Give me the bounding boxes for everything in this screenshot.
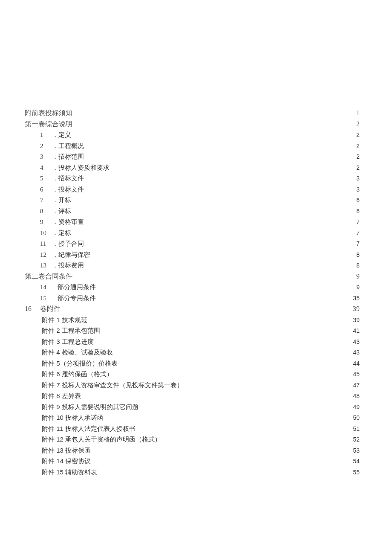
toc-title: 第二卷合同条件: [25, 271, 72, 282]
toc-pagenum: 6: [352, 195, 360, 206]
toc-entry-top: 附前表投标须知 1: [25, 108, 360, 119]
toc-leader: [73, 108, 351, 115]
toc-title: 附件 3 工程总进度: [42, 336, 94, 347]
toc-subtitle: 部分专用条件: [49, 294, 96, 302]
toc-pagenum: 2: [352, 119, 360, 130]
toc-pagenum: 43: [352, 337, 360, 347]
toc-pagenum: 41: [352, 325, 360, 336]
toc-pagenum: 9: [352, 282, 360, 293]
toc-leader: [61, 304, 351, 311]
toc-num: 10: [40, 228, 49, 238]
toc-title: 7 ．开标: [40, 195, 71, 206]
toc-subtitle: ．投标费用: [49, 262, 84, 269]
toc-leader: [101, 326, 351, 333]
toc-title: 9 ．资格审查: [40, 216, 84, 227]
toc-title: 4 ．投标人资质和要求: [40, 162, 110, 173]
toc-title: 11 ．授予合同: [40, 238, 84, 249]
toc-title: 附件 2 工程承包范围: [42, 325, 100, 336]
toc-pagenum: 2: [352, 141, 360, 151]
toc-leader: [82, 392, 351, 398]
toc-title: 14 部分通用条件: [40, 282, 96, 293]
toc-entry-appendix: 附件 1 技术规范39: [25, 314, 360, 325]
toc-entry-appendix: 附件 14 保密协议54: [25, 456, 360, 467]
toc-title: 2 ．工程概况: [40, 140, 84, 151]
toc-subtitle: ．投标文件: [49, 186, 84, 193]
toc-entry-sub: 9 ．资格审查7: [25, 216, 360, 227]
toc-pagenum: 43: [352, 347, 360, 358]
toc-title: 附前表投标须知: [25, 108, 72, 119]
toc-pagenum: 47: [352, 380, 360, 391]
toc-pagenum: 39: [352, 303, 360, 314]
toc-entry-appendix: 附件 11 投标人法定代表人授权书51: [25, 423, 360, 434]
toc-title: 附件 14 保密协议: [42, 456, 91, 467]
toc-leader: [97, 294, 351, 300]
toc-pagenum: 45: [352, 369, 360, 380]
toc-subtitle: ．招标范围: [49, 153, 84, 160]
toc-title: 16 卷附件: [25, 303, 61, 314]
toc-subtitle: ．定标: [49, 229, 71, 236]
toc-num: 11: [40, 238, 49, 249]
toc-subtitle: 卷附件: [40, 305, 61, 312]
toc-pagenum: 8: [352, 260, 360, 271]
toc-pagenum: 54: [352, 456, 360, 467]
toc-pagenum: 55: [352, 467, 360, 478]
toc-title: 附件 5（分项报价）价格表: [42, 358, 118, 369]
toc-leader: [85, 174, 351, 180]
toc-entry-appendix: 附件 3 工程总进度43: [25, 336, 360, 347]
toc-leader: [85, 218, 351, 224]
toc-entry-appendix: 附件 2 工程承包范围41: [25, 325, 360, 336]
toc-title: 附件 11 投标人法定代表人授权书: [42, 423, 135, 434]
toc-title: 1 ．定义: [40, 129, 71, 140]
toc-leader: [136, 424, 351, 431]
toc-title: 5 ．招标文件: [40, 173, 84, 184]
toc-leader: [85, 261, 351, 267]
toc-entry-sub: 7 ．开标6: [25, 195, 360, 206]
toc-num: 5: [40, 173, 49, 184]
toc-entry-appendix: 附件 9 投标人需要说明的其它问题49: [25, 401, 360, 413]
toc-num: 14: [40, 282, 49, 293]
toc-entry-sub: 12 ．纪律与保密8: [25, 249, 360, 260]
toc-entry-sub: 6 ．投标文件3: [25, 184, 360, 195]
toc-title: 附件 4 检验、试验及验收: [42, 347, 113, 358]
toc-leader: [95, 337, 351, 344]
toc-subtitle: 部分通用条件: [49, 283, 96, 291]
toc-subtitle: ．投标人资质和要求: [49, 164, 110, 171]
toc-pagenum: 44: [352, 358, 360, 369]
toc-subtitle: ．授予合同: [49, 240, 84, 247]
toc-pagenum: 1: [352, 108, 360, 119]
toc-entry-appendix: 附件 8 差异表48: [25, 390, 360, 401]
toc-leader: [162, 435, 351, 442]
toc-entry-sub: 13 ．投标费用8: [25, 260, 360, 271]
toc-pagenum: 50: [352, 413, 360, 423]
toc-leader: [88, 316, 351, 322]
toc-title: 附件 15 辅助资料表: [42, 467, 97, 478]
toc-num: 6: [40, 184, 49, 195]
toc-pagenum: 9: [352, 271, 360, 282]
toc-title: 附件 9 投标人需要说明的其它问题: [42, 401, 138, 413]
toc-leader: [97, 283, 351, 289]
toc-leader: [98, 468, 351, 474]
toc-pagenum: 2: [352, 163, 360, 173]
toc-leader: [114, 348, 351, 355]
toc-subtitle: ．定义: [49, 131, 71, 138]
toc-title: 附件 13 投标保函: [42, 445, 91, 456]
toc-title: 10 ．定标: [40, 227, 71, 238]
toc-pagenum: 53: [352, 445, 360, 456]
toc-pagenum: 7: [352, 238, 360, 249]
toc-title: 3 ．招标范围: [40, 151, 84, 162]
toc-pagenum: 51: [352, 424, 360, 434]
toc-title: 附件 8 差异表: [42, 390, 81, 401]
toc-entry-sub: 10 ．定标7: [25, 227, 360, 238]
toc-subtitle: ．招标文件: [49, 174, 84, 182]
toc-num: 15: [40, 293, 49, 304]
toc-leader: [184, 381, 351, 387]
toc-entry-top: 16 卷附件 39: [25, 303, 360, 314]
toc-entry-sub: 1 ．定义2: [25, 129, 360, 140]
toc-leader: [73, 272, 351, 279]
toc-num: 16: [25, 305, 32, 312]
toc-entry-sub: 14 部分通用条件9: [25, 282, 360, 293]
toc-leader: [72, 131, 351, 137]
toc-leader: [91, 250, 351, 257]
toc-title: 13 ．投标费用: [40, 260, 84, 271]
toc-title: 15 部分专用条件: [40, 293, 96, 304]
